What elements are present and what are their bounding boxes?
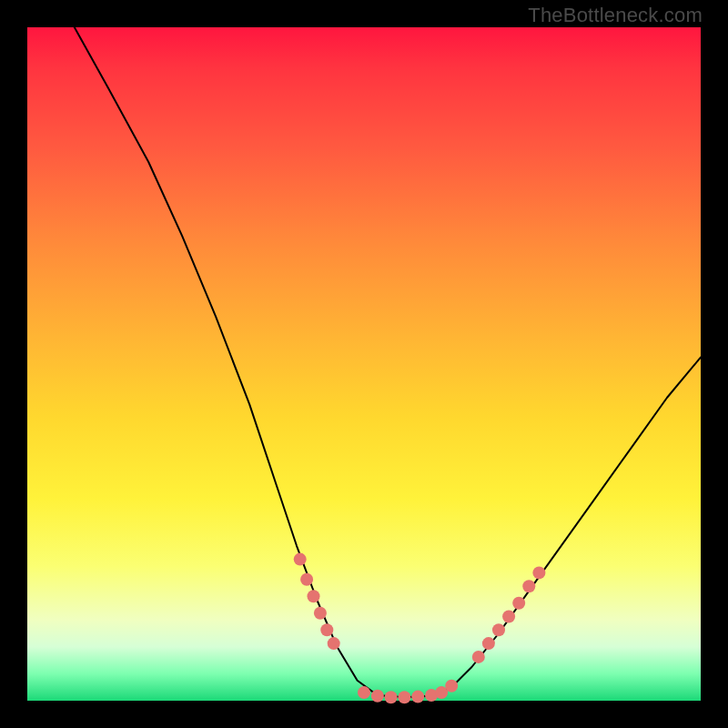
data-point [522, 580, 535, 592]
data-point [492, 623, 505, 636]
data-point [445, 680, 458, 693]
data-points [294, 553, 546, 704]
data-point [512, 597, 525, 610]
data-point [532, 566, 545, 579]
data-point [308, 590, 320, 602]
data-point [502, 611, 515, 623]
data-point [358, 686, 370, 699]
data-point [328, 637, 340, 650]
data-point [294, 553, 307, 566]
data-point [482, 637, 495, 650]
watermark-text: TheBottleneck.com [528, 4, 703, 27]
data-point [411, 691, 424, 703]
bottleneck-curve [27, 27, 701, 701]
curve-line [75, 27, 701, 697]
data-point [300, 573, 313, 586]
data-point [314, 607, 327, 620]
data-point [385, 691, 398, 703]
chart-frame: TheBottleneck.com [0, 0, 728, 728]
data-point [371, 690, 384, 703]
data-point [398, 691, 410, 703]
data-point [472, 651, 485, 663]
plot-area [27, 27, 701, 701]
data-point [320, 623, 333, 636]
